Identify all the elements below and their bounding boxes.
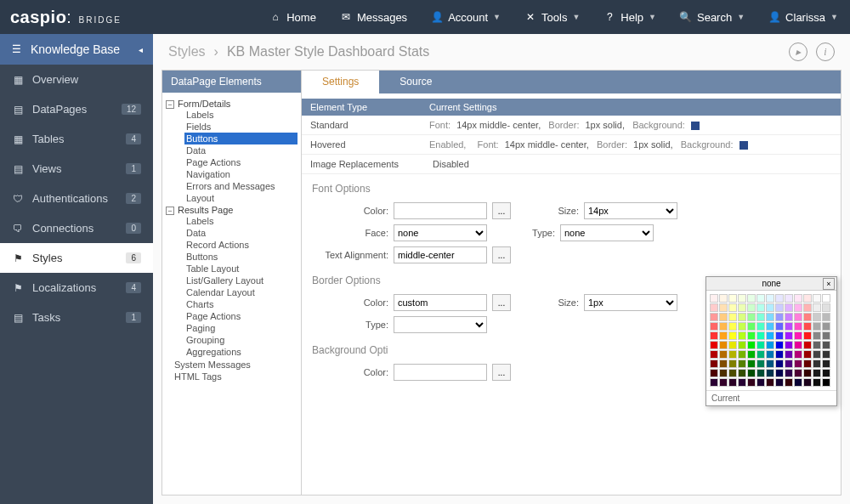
tree-leaf[interactable]: Page Actions — [184, 310, 298, 322]
breadcrumb-root[interactable]: Styles — [168, 44, 206, 59]
color-swatch-cell[interactable] — [738, 360, 746, 368]
color-swatch-cell[interactable] — [738, 294, 746, 303]
color-swatch-cell[interactable] — [756, 350, 765, 359]
color-swatch-cell[interactable] — [822, 378, 830, 387]
color-swatch-cell[interactable] — [803, 322, 812, 331]
color-swatch-cell[interactable] — [719, 303, 728, 312]
color-swatch-cell[interactable] — [719, 350, 728, 359]
tree-group-label[interactable]: Results Page — [178, 205, 233, 215]
color-swatch-cell[interactable] — [719, 341, 728, 349]
color-swatch-cell[interactable] — [738, 341, 746, 349]
tab-source[interactable]: Source — [379, 71, 452, 93]
tree-leaf[interactable]: Fields — [184, 121, 298, 133]
color-swatch-cell[interactable] — [766, 331, 774, 340]
tree-leaf[interactable]: Calendar Layout — [184, 286, 298, 298]
color-swatch-cell[interactable] — [813, 331, 821, 340]
color-swatch-cell[interactable] — [728, 341, 737, 349]
color-swatch-cell[interactable] — [775, 369, 784, 377]
color-swatch-cell[interactable] — [719, 322, 728, 331]
color-swatch-cell[interactable] — [794, 360, 802, 368]
bg-color-input[interactable] — [394, 364, 487, 381]
color-swatch-cell[interactable] — [728, 350, 737, 359]
color-swatch-cell[interactable] — [794, 378, 802, 387]
table-row[interactable]: HoveredEnabled, Font: 14px middle- cente… — [302, 135, 841, 155]
color-swatch-cell[interactable] — [803, 369, 812, 377]
color-swatch-cell[interactable] — [794, 322, 802, 331]
color-swatch-cell[interactable] — [747, 369, 756, 377]
color-swatch-cell[interactable] — [756, 303, 765, 312]
color-swatch-cell[interactable] — [775, 378, 784, 387]
border-size-select[interactable]: 1px — [584, 294, 677, 311]
color-swatch-cell[interactable] — [775, 360, 784, 368]
color-swatch-cell[interactable] — [775, 294, 784, 303]
color-swatch-cell[interactable] — [756, 378, 765, 387]
color-swatch-cell[interactable] — [785, 360, 793, 368]
color-picker-none-label[interactable]: none — [762, 279, 780, 288]
collapse-icon[interactable]: ◂ — [139, 45, 143, 54]
color-swatch-cell[interactable] — [756, 294, 765, 303]
color-swatch-cell[interactable] — [766, 360, 774, 368]
tree-leaf[interactable]: Navigation — [184, 168, 298, 180]
sidebar-item-tables[interactable]: ▦Tables4 — [0, 124, 153, 154]
sidebar-item-styles[interactable]: ⚑Styles6 — [0, 243, 153, 273]
color-swatch-cell[interactable] — [710, 378, 718, 387]
tree-leaf[interactable]: Grouping — [184, 334, 298, 346]
color-swatch-cell[interactable] — [710, 303, 718, 312]
color-swatch-cell[interactable] — [747, 360, 756, 368]
color-swatch-cell[interactable] — [785, 378, 793, 387]
color-swatch-cell[interactable] — [728, 378, 737, 387]
color-swatch-cell[interactable] — [785, 303, 793, 312]
color-swatch-cell[interactable] — [766, 294, 774, 303]
color-swatch-cell[interactable] — [747, 322, 756, 331]
color-swatch-cell[interactable] — [719, 360, 728, 368]
color-swatch-cell[interactable] — [756, 360, 765, 368]
font-color-picker-button[interactable]: ... — [492, 202, 511, 219]
color-swatch-cell[interactable] — [766, 378, 774, 387]
color-swatch-cell[interactable] — [822, 369, 830, 377]
topnav-tools[interactable]: ✕Tools▼ — [513, 0, 592, 34]
text-alignment-picker-button[interactable]: ... — [492, 246, 511, 263]
color-swatch-cell[interactable] — [822, 350, 830, 359]
color-swatch-cell[interactable] — [775, 313, 784, 321]
color-swatch-cell[interactable] — [719, 369, 728, 377]
color-swatch-cell[interactable] — [794, 341, 802, 349]
color-swatch-cell[interactable] — [710, 341, 718, 349]
color-swatch-cell[interactable] — [710, 331, 718, 340]
topnav-account[interactable]: 👤Account▼ — [419, 0, 513, 34]
font-type-select[interactable]: none — [560, 224, 654, 241]
color-swatch-cell[interactable] — [822, 313, 830, 321]
color-swatch-cell[interactable] — [747, 331, 756, 340]
color-swatch-cell[interactable] — [738, 331, 746, 340]
tree-group-label[interactable]: Form/Details — [178, 99, 230, 109]
color-swatch-cell[interactable] — [756, 369, 765, 377]
color-swatch-cell[interactable] — [728, 303, 737, 312]
tree-leaf[interactable]: Page Actions — [184, 156, 298, 168]
topnav-clarissa[interactable]: 👤Clarissa▼ — [756, 0, 850, 34]
color-swatch-cell[interactable] — [775, 350, 784, 359]
color-swatch-cell[interactable] — [710, 294, 718, 303]
tree-leaf[interactable]: Buttons — [184, 251, 298, 263]
color-swatch-cell[interactable] — [794, 350, 802, 359]
sidebar-item-overview[interactable]: ▦Overview — [0, 65, 153, 94]
color-swatch-cell[interactable] — [728, 294, 737, 303]
border-type-select[interactable] — [394, 316, 487, 333]
color-swatch-cell[interactable] — [803, 303, 812, 312]
tree-leaf[interactable]: HTML Tags — [173, 371, 298, 382]
color-swatch-cell[interactable] — [813, 294, 821, 303]
tree-toggle[interactable]: − — [166, 207, 174, 215]
color-swatch-cell[interactable] — [813, 378, 821, 387]
color-swatch-cell[interactable] — [710, 322, 718, 331]
color-swatch-cell[interactable] — [794, 294, 802, 303]
color-swatch-cell[interactable] — [738, 303, 746, 312]
color-swatch-cell[interactable] — [766, 350, 774, 359]
sidebar-header[interactable]: ☰ Knowledge Base ◂ — [0, 34, 153, 65]
tree-leaf[interactable]: System Messages — [173, 359, 298, 371]
color-swatch-cell[interactable] — [813, 341, 821, 349]
color-swatch-cell[interactable] — [728, 369, 737, 377]
color-swatch-cell[interactable] — [766, 313, 774, 321]
color-swatch-cell[interactable] — [785, 331, 793, 340]
sidebar-item-authentications[interactable]: 🛡Authentications2 — [0, 184, 153, 213]
color-swatch-cell[interactable] — [813, 322, 821, 331]
tree-leaf[interactable]: Table Layout — [184, 263, 298, 275]
color-swatch-cell[interactable] — [785, 313, 793, 321]
